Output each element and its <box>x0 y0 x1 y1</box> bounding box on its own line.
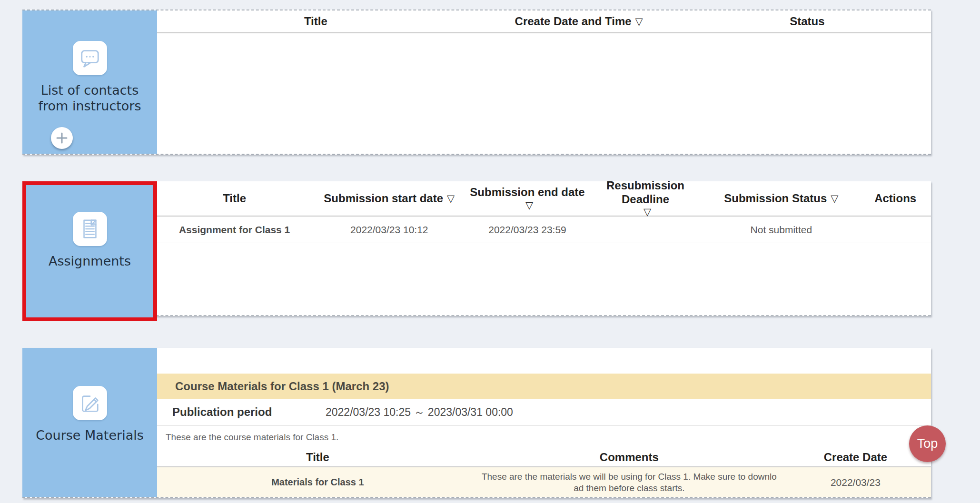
assignment-submission-status: Not submitted <box>703 224 860 236</box>
add-contact-button[interactable] <box>51 127 73 149</box>
material-item-title[interactable]: Course Materials for Class 1 (March 23) <box>175 380 389 393</box>
material-comments: These are the materials we will be using… <box>481 471 777 493</box>
contacts-col-status: Status <box>683 15 931 28</box>
sidebar-card-course-materials[interactable]: Course Materials <box>22 348 157 497</box>
contacts-section: List of contacts from instructors Title … <box>22 10 931 155</box>
material-description: These are the course materials for Class… <box>157 426 931 448</box>
contacts-table-header: Title Create Date and Time ▽ Status <box>157 10 931 33</box>
materials-table-header: Title Comments Create Date <box>157 448 931 467</box>
course-materials-card-label: Course Materials <box>33 428 147 444</box>
materials-col-create-date: Create Date <box>780 451 931 464</box>
assignment-table-row[interactable]: Assignment for Class 1 2022/03/23 10:12 … <box>157 217 931 243</box>
back-to-top-button[interactable]: Top <box>909 425 946 462</box>
sort-descending-icon: ▽ <box>635 16 643 28</box>
assignments-section: Assignments Title Submission start date … <box>22 181 931 316</box>
sort-descending-icon: ▽ <box>643 206 651 218</box>
materials-top-spacer <box>157 348 931 374</box>
material-create-date: 2022/03/23 <box>831 477 881 488</box>
assignments-col-actions: Actions <box>860 192 931 205</box>
sort-descending-icon: ▽ <box>447 193 455 205</box>
assignments-card-label: Assignments <box>46 254 134 269</box>
material-title-link[interactable]: Materials for Class 1 <box>271 477 364 488</box>
course-materials-section: Course Materials Course Materials for Cl… <box>22 348 931 498</box>
assignments-col-title: Title <box>157 192 312 205</box>
assignment-title-link[interactable]: Assignment for Class 1 <box>157 224 312 236</box>
assignments-table-header: Title Submission start date ▽ Submission… <box>157 181 931 217</box>
material-item-title-band[interactable]: Course Materials for Class 1 (March 23) <box>157 374 931 399</box>
assignment-end-date: 2022/03/23 23:59 <box>466 224 588 236</box>
publication-period-row: Publication period 2022/03/23 10:25 ～ 20… <box>157 399 931 426</box>
assignments-col-start-label: Submission start date <box>324 192 443 205</box>
contacts-card-label: List of contacts from instructors <box>22 83 157 114</box>
contacts-col-title: Title <box>157 15 475 28</box>
assignments-col-start[interactable]: Submission start date ▽ <box>312 192 466 205</box>
sidebar-card-contacts[interactable]: List of contacts from instructors <box>22 10 157 154</box>
plus-icon <box>55 131 69 145</box>
sort-descending-icon: ▽ <box>525 199 533 211</box>
contacts-col-create-date-label: Create Date and Time <box>515 15 632 28</box>
chat-bubble-icon <box>73 41 107 75</box>
material-table-row[interactable]: Materials for Class 1 These are the mate… <box>157 467 931 497</box>
document-icon <box>73 212 107 246</box>
sort-descending-icon: ▽ <box>831 193 838 205</box>
materials-col-title: Title <box>157 451 478 464</box>
sidebar-card-assignments[interactable]: Assignments <box>22 181 157 321</box>
assignments-col-end-label: Submission end date <box>470 186 584 199</box>
publication-period-value: 2022/03/23 10:25 ～ 2023/03/31 00:00 <box>326 405 513 420</box>
assignments-col-resubmission-label: Resubmission Deadline <box>588 179 703 206</box>
assignments-col-resubmission[interactable]: Resubmission Deadline ▽ <box>588 179 703 217</box>
edit-pencil-icon <box>73 386 107 420</box>
assignments-col-status-label: Submission Status <box>724 192 827 205</box>
publication-period-label: Publication period <box>172 405 326 419</box>
materials-col-comments: Comments <box>478 451 780 464</box>
assignments-col-status[interactable]: Submission Status ▽ <box>703 192 860 205</box>
contacts-col-create-date[interactable]: Create Date and Time ▽ <box>475 15 683 28</box>
assignments-col-end[interactable]: Submission end date ▽ <box>466 186 588 211</box>
assignment-start-date: 2022/03/23 10:12 <box>312 224 466 236</box>
